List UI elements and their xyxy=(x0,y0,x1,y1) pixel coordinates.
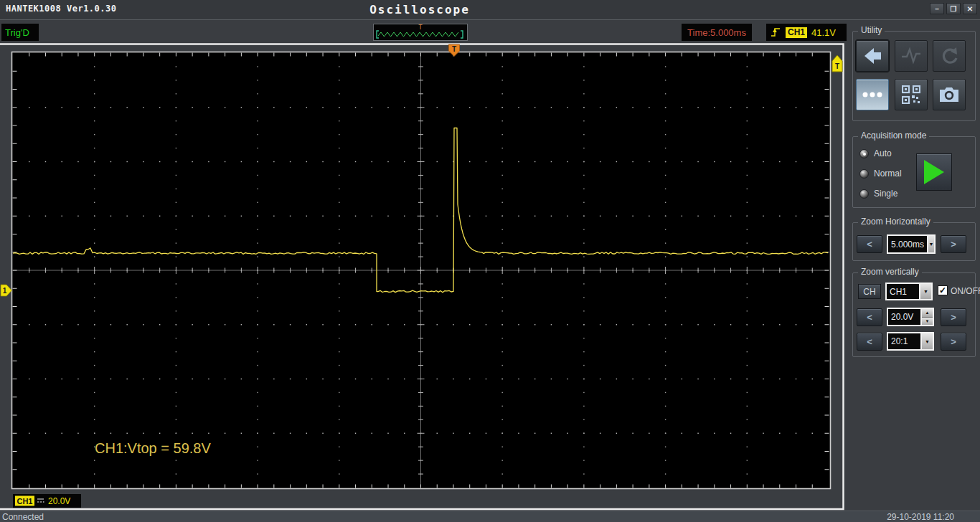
minimize-button[interactable]: – xyxy=(930,3,944,14)
radio-normal[interactable] xyxy=(859,169,869,179)
close-button[interactable]: ✕ xyxy=(963,3,977,14)
spinner-buttons[interactable]: ▲ ▼ xyxy=(920,309,933,325)
back-button[interactable] xyxy=(856,40,889,72)
onoff-label: ON/OFF xyxy=(951,286,980,296)
acquisition-single-option[interactable]: Single xyxy=(859,189,897,199)
radio-single[interactable] xyxy=(859,189,869,199)
channel1-readout[interactable]: CH1 20.0V xyxy=(13,494,81,508)
channel-select-value: CH1 xyxy=(887,284,919,299)
more-options-button[interactable] xyxy=(856,79,889,110)
volts-decrease-button[interactable]: < xyxy=(857,308,882,326)
window-controls: – ❒ ✕ xyxy=(930,3,977,14)
volts-increase-button[interactable]: > xyxy=(941,308,966,326)
timebase-select[interactable]: 5.000ms ▼ xyxy=(887,234,936,254)
qr-code-button[interactable] xyxy=(895,79,928,110)
trigger-status: Trig'D xyxy=(1,24,39,41)
ellipsis-icon xyxy=(861,90,884,99)
acquisition-auto-option[interactable]: Auto xyxy=(859,148,892,158)
connection-status: Connected xyxy=(2,512,44,522)
spin-up-icon[interactable]: ▲ xyxy=(922,309,933,318)
dropdown-arrow-icon[interactable]: ▼ xyxy=(927,236,934,252)
right-control-panel: Utility xyxy=(851,23,980,511)
acquisition-preview[interactable]: T xyxy=(373,24,468,41)
svg-text:1: 1 xyxy=(3,287,7,295)
waveform-tool-button[interactable] xyxy=(895,40,928,72)
preview-trigger-position-marker: T xyxy=(374,24,467,31)
scope-display-area: T T 1 CH1:Vtop = 59.8V CH1 20.0V xyxy=(0,43,844,511)
acquisition-normal-option[interactable]: Normal xyxy=(859,169,902,179)
trigger-level-readout: 41.1V xyxy=(811,27,836,38)
radio-auto-label[interactable]: Auto xyxy=(874,148,892,158)
top-status-strip: Trig'D T Time:5.000ms CH1 41.1V xyxy=(0,21,980,43)
window-title: Oscilloscope xyxy=(326,3,513,16)
trigger-level-marker[interactable]: T xyxy=(832,55,842,72)
undo-rotate-icon xyxy=(939,47,959,65)
svg-text:T: T xyxy=(452,45,456,53)
probe-ratio-select[interactable]: 20:1 ▼ xyxy=(887,332,934,351)
status-bar: Connected 29-10-2019 11:20 xyxy=(0,511,980,522)
run-button[interactable] xyxy=(916,153,952,191)
radio-single-label[interactable]: Single xyxy=(874,189,897,199)
undo-button[interactable] xyxy=(933,40,966,72)
channel-select[interactable]: CH1 ▼ xyxy=(885,283,933,300)
volts-per-div-value: 20.0V xyxy=(888,309,920,325)
probe-ratio-increase-button[interactable]: > xyxy=(941,333,966,351)
rising-edge-trigger-icon xyxy=(771,27,781,38)
dropdown-arrow-icon[interactable]: ▼ xyxy=(919,284,931,299)
zoom-vertical-group-label: Zoom vertically xyxy=(858,267,922,277)
channel1-position-marker[interactable]: 1 xyxy=(1,285,12,296)
pulse-waveform-icon xyxy=(900,47,922,65)
volts-per-div-spinner[interactable]: 20.0V ▲ ▼ xyxy=(887,308,934,326)
trigger-channel-badge: CH1 xyxy=(786,27,807,38)
measurement-readout: CH1:Vtop = 59.8V xyxy=(95,440,211,456)
dropdown-arrow-icon[interactable]: ▼ xyxy=(920,333,933,349)
qr-code-icon xyxy=(902,85,920,104)
title-bar: HANTEK1008 Ver1.0.30 Oscilloscope – ❒ ✕ xyxy=(0,0,980,20)
spin-down-icon[interactable]: ▼ xyxy=(922,318,933,326)
probe-ratio-value: 20:1 xyxy=(888,333,920,349)
timebase-increase-button[interactable]: > xyxy=(941,235,966,253)
app-title: HANTEK1008 Ver1.0.30 xyxy=(6,4,117,14)
svg-text:T: T xyxy=(835,62,839,70)
probe-ratio-decrease-button[interactable]: < xyxy=(857,333,882,351)
channel-onoff-checkbox[interactable]: ✓ xyxy=(938,285,948,295)
channel1-badge: CH1 xyxy=(17,497,32,506)
play-icon xyxy=(924,160,944,184)
acquisition-group-label: Acquisition mode xyxy=(858,131,929,141)
camera-icon xyxy=(938,86,960,103)
channel-button[interactable]: CH xyxy=(858,284,881,299)
timebase-readout: Time:5.000ms xyxy=(682,24,752,41)
zoom-horizontal-group-label: Zoom Horizontally xyxy=(858,217,933,227)
screenshot-button[interactable] xyxy=(933,79,966,110)
utility-group-label: Utility xyxy=(858,26,885,35)
trigger-info-readout: CH1 41.1V xyxy=(766,24,847,41)
maximize-button[interactable]: ❒ xyxy=(946,3,961,14)
timebase-decrease-button[interactable]: < xyxy=(857,235,882,253)
back-arrow-icon xyxy=(862,46,883,66)
channel1-scale-readout: 20.0V xyxy=(48,496,70,506)
radio-normal-label[interactable]: Normal xyxy=(874,169,902,179)
radio-auto[interactable] xyxy=(859,149,869,158)
datetime-readout: 29-10-2019 11:20 xyxy=(887,512,954,522)
timebase-value: 5.000ms xyxy=(888,236,927,252)
